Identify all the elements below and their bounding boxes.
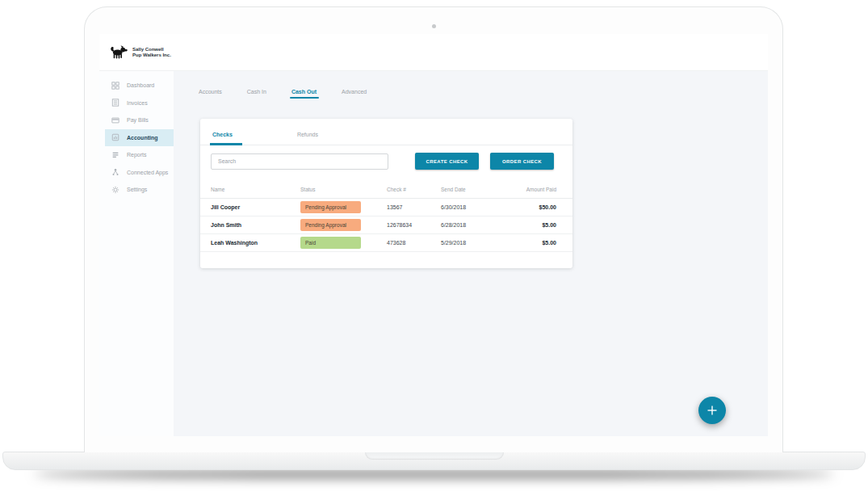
table-header: Name Status Check # Send Date Amount Pai…: [200, 187, 572, 199]
app-screen: Sally Conwell Pup Walkers Inc. Dashboard…: [99, 34, 768, 436]
search-input[interactable]: [211, 153, 388, 170]
app-body: Dashboard Invoices Pay Bills Accounting …: [99, 71, 768, 436]
sidebar-item-settings[interactable]: Settings: [99, 181, 174, 199]
webcam-dot: [432, 24, 436, 28]
cell-send-date: 6/28/2018: [441, 222, 522, 228]
subtab-refunds[interactable]: Refunds: [297, 132, 318, 137]
plus-icon: [706, 404, 719, 417]
settings-icon: [111, 186, 120, 194]
checks-table: Name Status Check # Send Date Amount Pai…: [200, 187, 572, 252]
status-badge: Pending Approval: [300, 201, 361, 213]
sidebar-item-label: Invoices: [127, 100, 148, 106]
app-header: Sally Conwell Pup Walkers Inc.: [99, 34, 768, 71]
create-check-button[interactable]: CREATE CHECK: [415, 153, 479, 170]
connected-apps-icon: [111, 168, 120, 176]
reports-icon: [111, 151, 120, 159]
company-name-line2: Pup Walkers Inc.: [132, 53, 171, 58]
laptop-base-notch: [365, 452, 504, 460]
invoices-icon: [111, 99, 120, 107]
main-tabs: Accounts Cash In Cash Out Advanced: [199, 89, 367, 95]
col-status: Status: [300, 187, 387, 192]
tab-cash-out[interactable]: Cash Out: [291, 89, 317, 95]
table-body: Jill Cooper Pending Approval 13567 6/30/…: [200, 199, 572, 252]
cell-name: Leah Washington: [211, 240, 300, 246]
tab-accounts[interactable]: Accounts: [199, 89, 222, 95]
cell-amount-paid: $5.00: [522, 240, 556, 246]
sidebar-item-label: Accounting: [127, 135, 158, 141]
sidebar-item-reports[interactable]: Reports: [99, 146, 174, 164]
cell-check-number: 13567: [387, 204, 441, 210]
sidebar-item-pay-bills[interactable]: Pay Bills: [99, 111, 174, 129]
panel-controls: CREATE CHECK ORDER CHECK: [211, 153, 554, 170]
sidebar: Dashboard Invoices Pay Bills Accounting …: [99, 71, 174, 436]
cell-send-date: 6/30/2018: [441, 204, 522, 210]
cell-amount-paid: $50.00: [522, 204, 556, 210]
col-name: Name: [211, 187, 300, 192]
status-badge: Paid: [300, 237, 361, 249]
status-badge: Pending Approval: [300, 219, 361, 231]
laptop-mockup: Sally Conwell Pup Walkers Inc. Dashboard…: [0, 0, 868, 496]
dog-logo-icon: [109, 44, 128, 61]
panel-subtabs: Checks Refunds: [200, 119, 572, 145]
company-name: Sally Conwell Pup Walkers Inc.: [132, 47, 171, 58]
sidebar-item-connected-apps[interactable]: Connected Apps: [99, 164, 174, 182]
cell-check-number: 473628: [387, 240, 441, 246]
cell-status: Pending Approval: [300, 219, 387, 231]
sidebar-item-dashboard[interactable]: Dashboard: [99, 77, 174, 95]
main-content: Accounts Cash In Cash Out Advanced Check…: [174, 71, 768, 436]
sidebar-item-label: Settings: [127, 187, 147, 192]
sidebar-item-label: Reports: [127, 152, 147, 158]
sidebar-item-label: Dashboard: [127, 82, 154, 88]
sidebar-item-invoices[interactable]: Invoices: [99, 95, 174, 112]
company-name-line1: Sally Conwell: [132, 47, 171, 53]
cell-check-number: 12678634: [387, 222, 441, 228]
cell-name: Jill Cooper: [211, 204, 300, 210]
pay-bills-icon: [111, 116, 120, 124]
subtab-checks[interactable]: Checks: [212, 132, 233, 137]
tab-advanced[interactable]: Advanced: [342, 89, 367, 95]
cell-send-date: 5/29/2018: [441, 240, 522, 246]
tab-cash-in[interactable]: Cash In: [247, 89, 266, 95]
sidebar-item-accounting[interactable]: Accounting: [105, 129, 174, 147]
sidebar-item-label: Connected Apps: [127, 170, 168, 175]
cell-name: John Smith: [211, 222, 300, 228]
add-button[interactable]: [698, 397, 726, 424]
sidebar-item-label: Pay Bills: [127, 117, 149, 123]
order-check-button[interactable]: ORDER CHECK: [490, 153, 554, 170]
dashboard-icon: [111, 82, 120, 90]
checks-panel: Checks Refunds CREATE CHECK ORDER CHECK …: [200, 119, 572, 268]
col-amount-paid: Amount Paid: [522, 187, 556, 192]
table-row[interactable]: Jill Cooper Pending Approval 13567 6/30/…: [200, 199, 572, 216]
col-send-date: Send Date: [441, 187, 522, 192]
cell-status: Pending Approval: [300, 201, 387, 213]
cell-amount-paid: $5.00: [522, 222, 556, 228]
cell-status: Paid: [300, 237, 387, 249]
col-check-number: Check #: [387, 187, 441, 192]
accounting-icon: [111, 133, 120, 141]
table-row[interactable]: John Smith Pending Approval 12678634 6/2…: [200, 216, 572, 234]
table-row[interactable]: Leah Washington Paid 473628 5/29/2018 $5…: [200, 234, 572, 252]
